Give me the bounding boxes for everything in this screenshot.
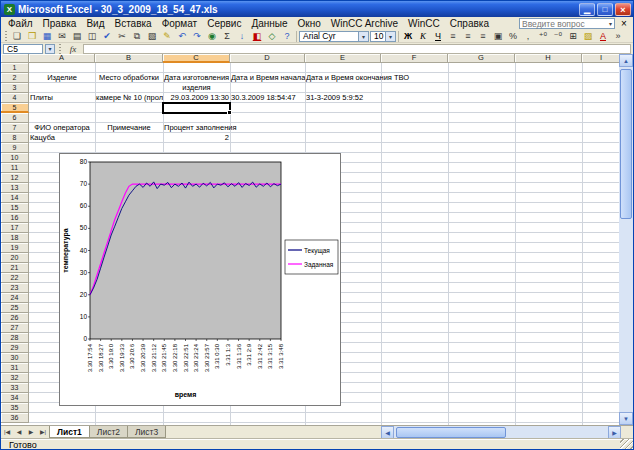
name-box-dropdown-icon[interactable]: ▾ xyxy=(45,44,55,54)
cell-B2[interactable]: Место обработки xyxy=(95,73,163,83)
decrease-decimal-button[interactable]: ⁻⁰ xyxy=(551,30,565,42)
row-header-19[interactable]: 19 xyxy=(1,243,29,253)
row-header-2[interactable]: 2 xyxy=(1,73,29,83)
row-header-4[interactable]: 4 xyxy=(1,93,29,103)
drawing-icon[interactable]: ◇ xyxy=(265,30,279,42)
sheet-tab-2[interactable]: Лист2 xyxy=(89,426,128,438)
insert-function-button[interactable]: fx xyxy=(65,44,81,54)
cell-D2[interactable]: Дата и Время начала ТВО xyxy=(230,73,305,83)
align-right-button[interactable]: ≡ xyxy=(476,30,490,42)
last-sheet-button[interactable]: ▶| xyxy=(37,426,49,438)
save-icon[interactable]: ▦ xyxy=(40,30,54,42)
workbook-close-button[interactable]: × xyxy=(617,18,631,29)
cell-B7[interactable]: Примечание xyxy=(95,123,163,133)
scroll-down-button[interactable]: ▼ xyxy=(619,412,633,425)
column-header-A[interactable]: A xyxy=(29,54,95,63)
open-icon[interactable]: ❒ xyxy=(25,30,39,42)
print-icon[interactable]: ▤ xyxy=(70,30,84,42)
row-header-7[interactable]: 7 xyxy=(1,123,29,133)
redo-icon[interactable]: ↷ xyxy=(190,30,204,42)
menu-item-7[interactable]: Окно xyxy=(293,18,326,29)
column-header-E[interactable]: E xyxy=(305,54,381,63)
embedded-chart[interactable]: 010203040506070803.30 17:543.30 18:273.3… xyxy=(59,153,341,406)
underline-button[interactable]: Ч xyxy=(431,30,445,42)
cell-C3[interactable]: изделия xyxy=(163,83,230,93)
fill-color-button[interactable]: ▨ xyxy=(581,30,595,42)
name-box[interactable]: C5 xyxy=(3,44,43,54)
cell-E4[interactable]: 31-3-2009 5:9:52 xyxy=(305,93,448,103)
row-header-13[interactable]: 13 xyxy=(1,183,29,193)
toolbar-options-chevron[interactable]: » xyxy=(611,30,625,42)
email-icon[interactable]: ✉ xyxy=(55,30,69,42)
row-header-8[interactable]: 8 xyxy=(1,133,29,143)
cell-A2[interactable]: Изделие xyxy=(29,73,95,83)
row-header-18[interactable]: 18 xyxy=(1,233,29,243)
hyperlink-icon[interactable]: ◉ xyxy=(205,30,219,42)
row-header-17[interactable]: 17 xyxy=(1,223,29,233)
sheet-tab-1[interactable]: Лист1 xyxy=(49,426,90,438)
row-header-26[interactable]: 26 xyxy=(1,313,29,323)
row-header-27[interactable]: 27 xyxy=(1,323,29,333)
chevron-down-icon[interactable]: ▾ xyxy=(358,32,368,41)
sort-ascending-icon[interactable]: ↓ xyxy=(235,30,249,42)
font-size-select[interactable]: 10▾ xyxy=(370,31,396,42)
align-left-button[interactable]: ≡ xyxy=(446,30,460,42)
column-header-I[interactable]: I xyxy=(582,54,621,63)
row-header-16[interactable]: 16 xyxy=(1,213,29,223)
previous-sheet-button[interactable]: ◀ xyxy=(13,426,25,438)
comma-style-button[interactable]: , xyxy=(521,30,535,42)
cut-icon[interactable]: ✂ xyxy=(115,30,129,42)
row-header-12[interactable]: 12 xyxy=(1,173,29,183)
cell-B4[interactable]: камере № 10 (пролёт 1) xyxy=(95,93,163,103)
row-header-32[interactable]: 32 xyxy=(1,373,29,383)
first-sheet-button[interactable]: |◀ xyxy=(1,426,13,438)
vertical-scroll-thumb[interactable] xyxy=(620,69,632,219)
resize-grip[interactable] xyxy=(620,439,633,450)
help-icon[interactable]: ? xyxy=(280,30,294,42)
column-header-B[interactable]: B xyxy=(95,54,163,63)
row-header-9[interactable]: 9 xyxy=(1,143,29,153)
row-header-23[interactable]: 23 xyxy=(1,283,29,293)
column-header-H[interactable]: H xyxy=(515,54,582,63)
format-painter-icon[interactable]: ✎ xyxy=(160,30,174,42)
row-header-14[interactable]: 14 xyxy=(1,193,29,203)
row-header-28[interactable]: 28 xyxy=(1,333,29,343)
row-header-15[interactable]: 15 xyxy=(1,203,29,213)
menu-item-5[interactable]: Сервис xyxy=(202,18,246,29)
row-header-3[interactable]: 3 xyxy=(1,83,29,93)
horizontal-scroll-thumb[interactable] xyxy=(396,427,506,438)
column-header-G[interactable]: G xyxy=(448,54,515,63)
menu-item-3[interactable]: Вставка xyxy=(109,18,156,29)
question-box[interactable]: Введите вопрос ▾ xyxy=(519,18,615,29)
row-header-33[interactable]: 33 xyxy=(1,383,29,393)
row-header-29[interactable]: 29 xyxy=(1,343,29,353)
next-sheet-button[interactable]: ▶ xyxy=(25,426,37,438)
borders-button[interactable]: ⊞ xyxy=(566,30,580,42)
row-header-24[interactable]: 24 xyxy=(1,293,29,303)
menu-item-10[interactable]: Справка xyxy=(445,18,494,29)
column-header-C[interactable]: C xyxy=(163,54,230,63)
minimize-button[interactable]: ▁ xyxy=(579,3,595,16)
copy-icon[interactable]: ⧉ xyxy=(130,30,144,42)
paste-icon[interactable]: ▧ xyxy=(145,30,159,42)
vertical-scroll-track[interactable] xyxy=(619,67,633,412)
cell-selection[interactable] xyxy=(162,102,231,114)
cell-C2[interactable]: Дата изготовления xyxy=(163,73,230,83)
close-button[interactable]: × xyxy=(615,3,631,16)
undo-icon[interactable]: ↶ xyxy=(175,30,189,42)
row-header-6[interactable]: 6 xyxy=(1,113,29,123)
row-header-25[interactable]: 25 xyxy=(1,303,29,313)
row-header-20[interactable]: 20 xyxy=(1,253,29,263)
merge-center-button[interactable]: ▣ xyxy=(491,30,505,42)
row-header-21[interactable]: 21 xyxy=(1,263,29,273)
menu-item-6[interactable]: Данные xyxy=(246,18,292,29)
row-header-10[interactable]: 10 xyxy=(1,153,29,163)
row-header-31[interactable]: 31 xyxy=(1,363,29,373)
percent-style-button[interactable]: % xyxy=(506,30,520,42)
menu-item-0[interactable]: Файл xyxy=(3,18,38,29)
align-center-button[interactable]: ≡ xyxy=(461,30,475,42)
row-header-35[interactable]: 35 xyxy=(1,403,29,413)
spelling-icon[interactable]: ✔ xyxy=(100,30,114,42)
sheet-tab-3[interactable]: Лист3 xyxy=(127,426,166,438)
scroll-up-button[interactable]: ▲ xyxy=(619,54,633,67)
